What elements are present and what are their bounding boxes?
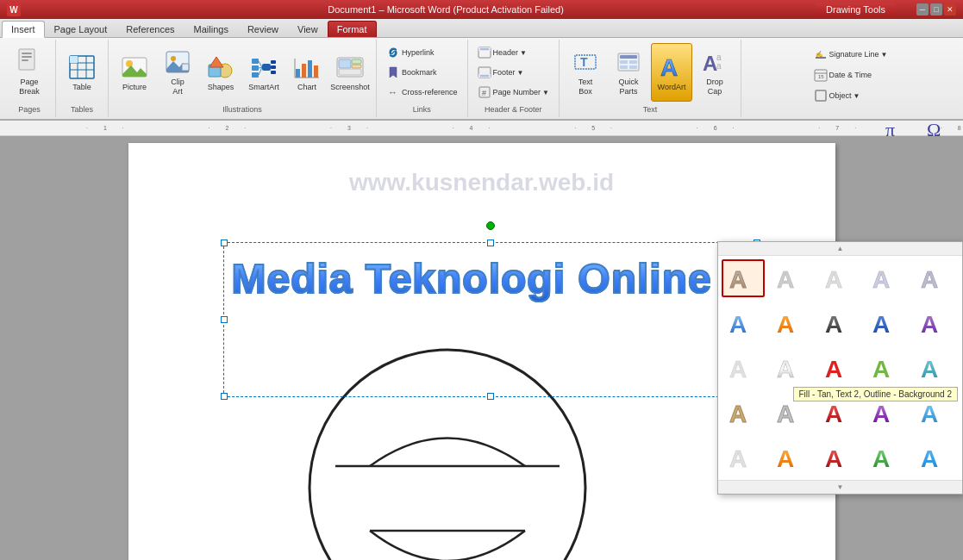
wordart-style-24[interactable]: A [865, 439, 908, 476]
wordart-style-25[interactable]: A [913, 439, 956, 476]
svg-rect-31 [271, 71, 276, 74]
minimize-button[interactable]: ─ [916, 3, 929, 16]
text-box-button[interactable]: T TextBox [565, 43, 606, 102]
object-icon [814, 89, 828, 103]
signature-line-label: Signature Line [829, 50, 879, 59]
shapes-button[interactable]: Shapes [200, 43, 241, 102]
maximize-button[interactable]: □ [930, 3, 942, 16]
close-button[interactable]: ✕ [944, 3, 956, 16]
header-button[interactable]: Header ▼ [473, 43, 553, 62]
svg-rect-39 [339, 59, 351, 68]
wordart-style-10[interactable]: A [913, 304, 956, 342]
tab-view[interactable]: View [288, 21, 328, 37]
wordart-button[interactable]: A WordArt [651, 43, 692, 102]
svg-line-25 [259, 61, 262, 67]
wordart-style-3[interactable]: A [817, 259, 860, 297]
panel-scroll-down[interactable]: ▼ [718, 480, 962, 494]
panel-scroll-up[interactable]: ▲ [718, 242, 962, 256]
tab-mailings[interactable]: Mailings [184, 21, 238, 37]
wordart-style-21[interactable]: A [722, 439, 765, 476]
wordart-style-15[interactable]: A [913, 349, 956, 387]
watermark-text: www.kusnendar.web.id [128, 169, 835, 196]
tab-page-layout[interactable]: Page Layout [45, 21, 117, 37]
hyperlink-button[interactable]: Hyperlink [382, 43, 462, 62]
svg-text:A: A [921, 401, 938, 427]
page-number-button[interactable]: # Page Number ▼ [473, 83, 553, 102]
svg-text:A: A [825, 356, 842, 383]
smart-art-button[interactable]: SmartArt [243, 43, 285, 102]
wordart-style-6[interactable]: A [722, 304, 765, 342]
svg-rect-35 [314, 65, 318, 78]
date-time-button[interactable]: 15 Date & Time [810, 65, 877, 84]
text-box-selection[interactable] [223, 242, 758, 397]
ribbon-group-rightside: ✍ Signature Line ▼ 15 [741, 40, 960, 117]
wordart-style-8[interactable]: A [817, 304, 860, 342]
svg-rect-18 [182, 64, 189, 71]
wordart-style-14[interactable]: A [865, 349, 908, 387]
svg-rect-41 [352, 65, 361, 68]
svg-rect-34 [308, 60, 312, 78]
bookmark-button[interactable]: Bookmark [382, 63, 462, 82]
signature-line-button[interactable]: ✍ Signature Line ▼ [810, 45, 892, 64]
tab-insert[interactable]: Insert [2, 21, 45, 38]
wordart-style-9[interactable]: A [865, 304, 908, 342]
handle-top-middle[interactable] [487, 240, 494, 246]
rotate-handle[interactable] [486, 221, 495, 230]
wordart-style-1[interactable]: A [722, 259, 765, 297]
drop-cap-button[interactable]: A a a DropCap [694, 43, 735, 102]
table-label: Table [72, 83, 91, 92]
cross-reference-label: Cross-reference [402, 88, 458, 96]
svg-rect-57 [620, 60, 628, 64]
wordart-style-5[interactable]: A [913, 259, 956, 297]
screenshot-label: Screenshot [330, 83, 370, 92]
svg-text:A: A [729, 311, 747, 338]
wordart-style-23[interactable]: A [817, 439, 860, 476]
cross-reference-icon: ↔ [386, 85, 400, 99]
smart-art-label: SmartArt [248, 83, 279, 92]
chart-button[interactable]: Chart [286, 43, 328, 102]
svg-text:A: A [825, 445, 842, 472]
handle-top-left[interactable] [221, 240, 228, 246]
svg-text:a: a [716, 61, 722, 71]
svg-point-11 [126, 60, 133, 67]
wordart-style-7[interactable]: A [769, 304, 812, 342]
object-button[interactable]: Object ▼ [810, 86, 865, 105]
screenshot-button[interactable]: Screenshot [329, 43, 371, 102]
picture-button[interactable]: Picture [114, 43, 155, 102]
window-controls[interactable]: ─ □ ✕ [916, 3, 956, 16]
footer-button[interactable]: Footer ▼ [473, 63, 553, 82]
wordart-style-13[interactable]: A [817, 349, 860, 387]
ribbon-group-page: PageBreak Pages [3, 40, 56, 117]
wordart-grid-row1: A A [718, 301, 962, 345]
svg-text:A: A [729, 266, 747, 293]
tab-format[interactable]: Format [328, 21, 377, 37]
table-icon [68, 53, 96, 81]
svg-text:A: A [872, 445, 890, 472]
hyperlink-label: Hyperlink [402, 48, 435, 57]
svg-rect-32 [296, 69, 300, 78]
handle-bottom-middle[interactable] [487, 393, 494, 400]
handle-middle-left[interactable] [221, 316, 228, 323]
chart-label: Chart [297, 83, 316, 92]
handle-bottom-left[interactable] [221, 393, 228, 400]
quick-parts-icon [615, 48, 642, 76]
ribbon-tabs: Insert Page Layout References Mailings R… [0, 19, 963, 38]
wordart-style-12[interactable]: A [769, 349, 812, 387]
svg-text:15: 15 [818, 74, 824, 79]
clip-art-button[interactable]: ClipArt [157, 43, 198, 102]
wordart-style-4[interactable]: A [865, 259, 908, 297]
cross-reference-button[interactable]: ↔ Cross-reference [382, 83, 462, 102]
tab-references[interactable]: References [116, 21, 184, 37]
svg-text:A: A [921, 445, 938, 472]
svg-rect-28 [262, 64, 271, 71]
page-button[interactable]: PageBreak [9, 43, 50, 102]
wordart-style-2[interactable]: A [769, 259, 812, 297]
wordart-style-11[interactable]: A [722, 349, 765, 387]
table-button[interactable]: Table [61, 43, 103, 102]
wordart-style-16[interactable]: A [722, 394, 765, 432]
tab-review[interactable]: Review [238, 21, 288, 37]
quick-parts-button[interactable]: QuickParts [608, 43, 649, 102]
wordart-style-22[interactable]: A [769, 439, 812, 476]
svg-rect-42 [339, 69, 361, 75]
smart-art-icon [250, 53, 278, 81]
